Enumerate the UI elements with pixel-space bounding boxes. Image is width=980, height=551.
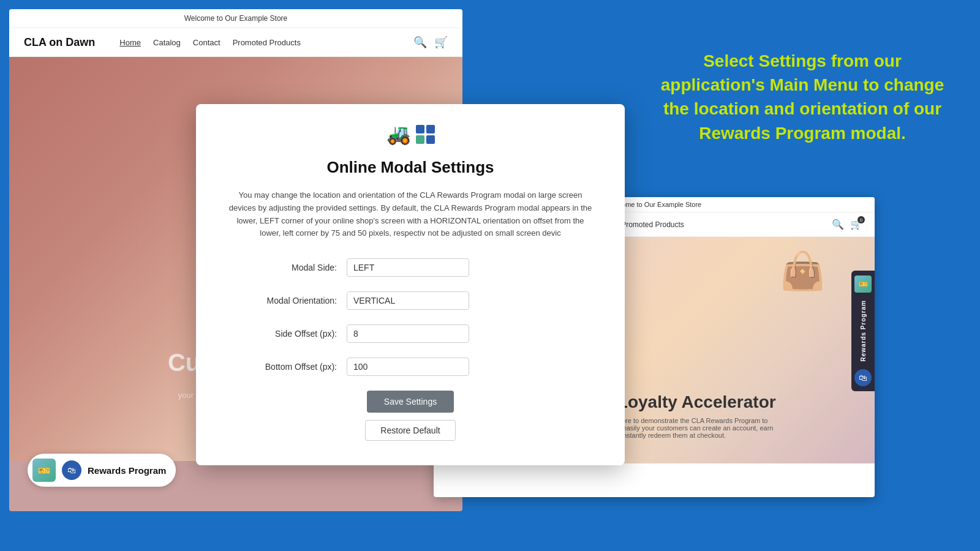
restore-defaults-button[interactable]: Restore Default <box>365 420 455 441</box>
right-cart-wrapper: 🛒 0 <box>850 219 862 230</box>
save-settings-button[interactable]: Save Settings <box>367 391 454 413</box>
modal-orientation-row: Modal Orientation: <box>227 291 594 310</box>
cla-logo-box <box>416 125 435 144</box>
modal-side-row: Modal Side: <box>227 258 594 277</box>
right-nav-promoted: Promoted Products <box>621 220 684 229</box>
modal-side-input[interactable] <box>347 258 469 277</box>
hero-decoration: 👜 <box>780 249 826 293</box>
bottom-offset-label: Bottom Offset (px): <box>227 362 337 372</box>
rewards-widget-right[interactable]: 🎫 Rewards Program 🛍 <box>851 271 875 391</box>
left-nav-home: Home <box>119 38 141 47</box>
side-offset-label: Side Offset (px): <box>227 329 337 339</box>
instruction-panel: Select Settings from our application's M… <box>625 37 980 157</box>
modal-orientation-label: Modal Orientation: <box>227 296 337 305</box>
left-store-brand: CLA on Dawn <box>24 36 95 49</box>
modal-orientation-input[interactable] <box>347 291 469 310</box>
side-offset-row: Side Offset (px): <box>227 324 594 343</box>
left-store-nav: Home Catalog Contact Promoted Products <box>119 38 399 47</box>
instruction-text: Select Settings from our application's M… <box>649 49 956 145</box>
left-store-navbar: CLA on Dawn Home Catalog Contact Promote… <box>9 28 462 57</box>
modal-description: You may change the location and orientat… <box>227 189 594 240</box>
left-nav-promoted: Promoted Products <box>233 38 301 47</box>
shopify-bag-icon-left: 🛍 <box>62 460 81 480</box>
cart-count-badge: 0 <box>858 216 865 223</box>
left-store-icons: 🔍 🛒 <box>413 36 448 49</box>
tractor-icon: 🚜 <box>386 122 411 146</box>
side-offset-input[interactable] <box>347 324 469 343</box>
bottom-offset-input[interactable] <box>347 358 469 376</box>
rewards-icon-left: 🎫 <box>32 459 56 482</box>
cart-icon: 🛒 <box>434 36 448 49</box>
search-icon: 🔍 <box>413 36 427 49</box>
rewards-label-right: Rewards Program <box>860 298 867 364</box>
modal-title: Online Modal Settings <box>227 158 594 177</box>
modal-settings-panel: 🚜 Online Modal Settings You may change t… <box>196 104 625 465</box>
rewards-icon-right: 🎫 <box>854 276 872 293</box>
shopify-bag-icon-right: 🛍 <box>854 369 872 386</box>
modal-logo: 🚜 <box>227 122 594 146</box>
modal-side-label: Modal Side: <box>227 263 337 272</box>
left-nav-contact: Contact <box>193 38 221 47</box>
right-store-icons: 🔍 🛒 0 <box>832 219 862 230</box>
rewards-widget-label-left: Rewards Program <box>88 465 166 476</box>
bottom-offset-row: Bottom Offset (px): <box>227 358 594 376</box>
right-search-icon: 🔍 <box>832 219 844 230</box>
left-nav-catalog: Catalog <box>153 38 181 47</box>
rewards-widget-left[interactable]: 🎫 🛍 Rewards Program <box>28 454 176 487</box>
left-store-topbar: Welcome to Our Example Store <box>9 9 462 28</box>
